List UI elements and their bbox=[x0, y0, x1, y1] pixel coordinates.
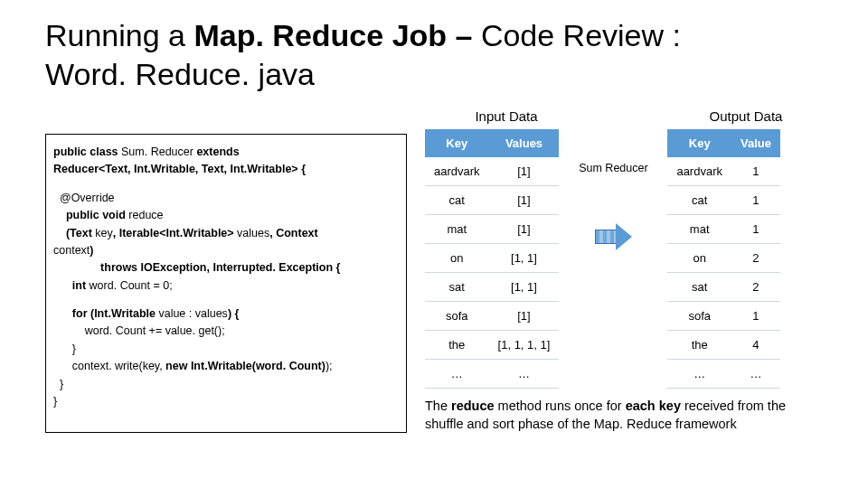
table-row: cat1 bbox=[667, 186, 780, 215]
cell-key: on bbox=[425, 244, 489, 273]
cell-key: sofa bbox=[667, 302, 731, 331]
tables-area: Input Data Output Data Key Values aardva… bbox=[425, 108, 823, 433]
txt: context bbox=[53, 244, 90, 257]
table-row: mat1 bbox=[667, 215, 780, 244]
spacer bbox=[53, 295, 399, 305]
cell-key: mat bbox=[667, 215, 731, 244]
table-row: sat[1, 1] bbox=[425, 273, 559, 302]
table-labels: Input Data Output Data bbox=[425, 108, 823, 124]
table-row: aardvark[1] bbox=[425, 157, 559, 186]
th-values: Values bbox=[489, 129, 560, 157]
cell-key: mat bbox=[425, 215, 489, 244]
code-line: Reducer<Text, Int.Writable, Text, Int.Wr… bbox=[53, 161, 399, 178]
table-row: …… bbox=[667, 360, 780, 389]
code-line: for (Int.Writable value : values) { bbox=[53, 305, 399, 323]
code-line: word. Count += value. get(); bbox=[53, 323, 399, 340]
code-line: } bbox=[53, 376, 399, 393]
kw: throws IOException, Interrupted. Excepti… bbox=[53, 261, 340, 274]
th-value: Value bbox=[731, 129, 780, 157]
code-line: } bbox=[53, 393, 399, 410]
reducer-label: Sum Reducer bbox=[579, 162, 647, 174]
content-area: public class Sum. Reducer extends Reduce… bbox=[45, 108, 823, 433]
title-bold: Map. Reduce Job – bbox=[193, 18, 480, 52]
cell-value: [1, 1] bbox=[489, 244, 560, 273]
txt: The bbox=[425, 399, 451, 413]
spacer bbox=[53, 179, 399, 190]
tables-row: Key Values aardvark[1]cat[1]mat[1]on[1, … bbox=[425, 129, 823, 389]
table-row: mat[1] bbox=[425, 215, 559, 244]
table-row: on[1, 1] bbox=[425, 244, 559, 273]
bold: each key bbox=[626, 399, 684, 413]
cell-value: … bbox=[731, 360, 780, 389]
table-row: sofa[1] bbox=[425, 302, 559, 331]
output-label: Output Data bbox=[669, 108, 823, 124]
code-line: public void reduce bbox=[53, 207, 399, 224]
cell-value: [1] bbox=[489, 215, 560, 244]
txt: values bbox=[237, 227, 269, 239]
table-row: sofa1 bbox=[667, 302, 780, 331]
cell-value: 2 bbox=[731, 244, 780, 273]
kw: , Context bbox=[269, 227, 317, 239]
cell-value: 1 bbox=[731, 302, 780, 331]
cell-key: the bbox=[667, 331, 731, 360]
cell-key: on bbox=[667, 244, 731, 273]
th-key: Key bbox=[667, 129, 731, 157]
cell-value: 1 bbox=[731, 215, 780, 244]
input-label: Input Data bbox=[425, 108, 588, 124]
cell-key: the bbox=[425, 331, 489, 360]
cell-key: … bbox=[425, 360, 489, 389]
kw: int bbox=[53, 279, 90, 292]
table-row: sat2 bbox=[667, 273, 780, 302]
code-line: context. write(key, new Int.Writable(wor… bbox=[53, 358, 399, 375]
cell-value: 1 bbox=[731, 186, 780, 215]
code-line: context) bbox=[53, 242, 399, 259]
txt: ); bbox=[326, 360, 333, 372]
kw: ) { bbox=[228, 307, 240, 320]
th-key: Key bbox=[425, 129, 489, 157]
txt: value : values bbox=[158, 307, 227, 320]
table-row: cat[1] bbox=[425, 186, 559, 215]
kw: Reducer<Text, Int.Writable, Text, Int.Wr… bbox=[53, 163, 306, 175]
txt: reduce bbox=[128, 209, 163, 221]
cell-value: [1] bbox=[489, 186, 560, 215]
cell-key: sat bbox=[425, 273, 489, 302]
title-post: Code Review : bbox=[481, 18, 681, 52]
cell-key: … bbox=[667, 360, 731, 389]
kw: for (Int.Writable bbox=[53, 307, 158, 320]
table-row: aardvark1 bbox=[667, 157, 780, 186]
output-table: Key Value aardvark1cat1mat1on2sat2sofa1t… bbox=[667, 129, 780, 389]
cell-key: cat bbox=[425, 186, 489, 215]
cell-key: cat bbox=[667, 186, 731, 215]
spacer bbox=[588, 108, 669, 124]
cell-value: 4 bbox=[731, 331, 780, 360]
kw: public class bbox=[53, 145, 121, 158]
cell-value: 1 bbox=[731, 157, 780, 186]
kw: public void bbox=[53, 209, 128, 221]
table-row: …… bbox=[425, 360, 559, 389]
arrow-body bbox=[595, 230, 617, 244]
cell-key: sat bbox=[667, 273, 731, 302]
title-pre: Running a bbox=[45, 18, 193, 52]
cell-value: [1, 1] bbox=[489, 273, 560, 302]
txt: context. write(key, bbox=[53, 360, 165, 372]
table-row: on2 bbox=[667, 244, 780, 273]
kw: extends bbox=[196, 145, 239, 158]
code-line: throws IOException, Interrupted. Excepti… bbox=[53, 259, 399, 277]
txt: key bbox=[95, 227, 112, 239]
txt: Sum. Reducer bbox=[121, 145, 196, 158]
cell-value: … bbox=[489, 360, 560, 389]
bold: reduce bbox=[451, 399, 498, 413]
slide-subtitle: Word. Reduce. java bbox=[45, 57, 823, 92]
code-box: public class Sum. Reducer extends Reduce… bbox=[45, 134, 407, 433]
cell-key: aardvark bbox=[667, 157, 731, 186]
kw: new Int.Writable(word. Count) bbox=[165, 360, 326, 372]
kw: ) bbox=[90, 244, 93, 257]
code-line: } bbox=[53, 341, 399, 358]
cell-value: [1, 1, 1, 1] bbox=[489, 331, 560, 360]
code-line: public class Sum. Reducer extends bbox=[53, 144, 399, 161]
kw: (Text bbox=[53, 227, 95, 239]
code-line: (Text key, Iterable<Int.Writable> values… bbox=[53, 225, 399, 242]
cell-value: [1] bbox=[489, 302, 560, 331]
code-line: int word. Count = 0; bbox=[53, 277, 399, 295]
cell-value: [1] bbox=[489, 157, 560, 186]
